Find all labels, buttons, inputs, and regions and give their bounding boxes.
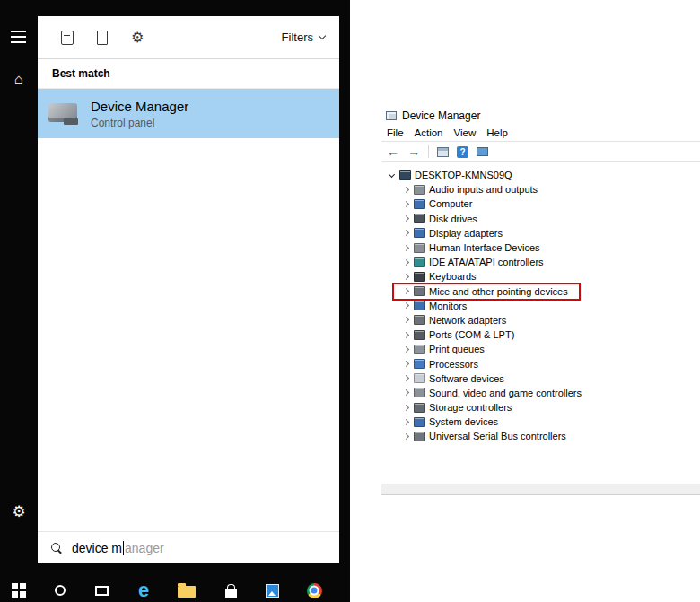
chevron-right-icon[interactable] — [401, 188, 410, 192]
speaker-icon — [414, 185, 425, 195]
best-match-heading: Best match — [38, 59, 339, 89]
tree-item-root[interactable]: DESKTOP-KMNS09Q — [385, 168, 700, 182]
chevron-right-icon[interactable] — [401, 303, 410, 308]
hid-icon — [414, 243, 425, 253]
chevron-right-icon[interactable] — [401, 434, 410, 439]
menu-bar: File Action View Help — [381, 125, 700, 142]
tree-item-audio-inputs[interactable]: Audio inputs and outputs — [385, 182, 700, 196]
chevron-right-icon[interactable] — [401, 347, 410, 352]
computer-icon — [414, 199, 425, 209]
menu-view[interactable]: View — [454, 127, 477, 138]
tree-item-label: Disk drives — [429, 214, 477, 224]
tree-item-label: Print queues — [429, 344, 485, 354]
tree-item-computer[interactable]: Computer — [385, 196, 700, 211]
taskbar: e — [0, 579, 350, 602]
chevron-down-icon — [319, 31, 326, 39]
search-result-device-manager[interactable]: Device Manager Control panel — [38, 89, 339, 138]
chevron-right-icon[interactable] — [401, 246, 410, 250]
windows-logo-icon — [12, 583, 26, 598]
result-subtitle: Control panel — [91, 117, 188, 129]
menu-file[interactable]: File — [387, 127, 404, 138]
chrome-icon[interactable] — [304, 579, 324, 602]
settings-icon[interactable]: ⚙ — [0, 504, 38, 519]
tree-item-disk-drives[interactable]: Disk drives — [385, 212, 700, 226]
tree-item-system-devices[interactable]: System devices — [385, 414, 700, 429]
storage-icon — [414, 403, 425, 413]
device-manager-window: Device Manager File Action View Help ← →… — [381, 106, 700, 495]
search-icon — [50, 542, 63, 554]
tree-item-label: Mice and other pointing devices — [429, 286, 568, 297]
menu-help[interactable]: Help — [486, 127, 508, 138]
console-window-icon[interactable] — [437, 147, 449, 157]
photos-app-icon[interactable] — [262, 579, 282, 602]
tree-item-label: Universal Serial Bus controllers — [429, 431, 566, 441]
chevron-right-icon[interactable] — [401, 420, 410, 424]
menu-icon[interactable] — [11, 31, 26, 43]
tree-item-print-queues[interactable]: Print queues — [385, 342, 700, 356]
tree-item-label: Audio inputs and outputs — [429, 184, 538, 195]
network-adapter-icon — [414, 315, 425, 325]
display-adapter-icon — [414, 228, 425, 238]
tree-root-label: DESKTOP-KMNS09Q — [415, 170, 512, 180]
tree-item-mice[interactable]: Mice and other pointing devices — [385, 284, 700, 299]
computer-icon — [399, 170, 411, 180]
documents-filter-icon[interactable] — [97, 31, 108, 45]
forward-icon[interactable]: → — [407, 145, 420, 158]
tree-item-usb-controllers[interactable]: Universal Serial Bus controllers — [385, 429, 700, 443]
menu-action[interactable]: Action — [415, 127, 443, 138]
monitor-icon[interactable] — [477, 147, 488, 156]
sound-icon — [414, 388, 425, 397]
chevron-right-icon[interactable] — [401, 202, 410, 206]
task-view-icon[interactable] — [92, 579, 111, 602]
tree-item-human-interface-devices[interactable]: Human Interface Devices — [385, 240, 700, 255]
chevron-right-icon[interactable] — [401, 231, 410, 235]
home-icon[interactable]: ⌂ — [0, 72, 38, 87]
search-panel: ⚙ Filters Best match Device Manager Cont… — [38, 16, 339, 563]
chevron-right-icon[interactable] — [401, 333, 410, 337]
window-title-bar: Device Manager — [381, 106, 700, 125]
help-icon[interactable]: ? — [457, 146, 468, 158]
search-panel-header: ⚙ Filters — [38, 16, 339, 59]
store-icon[interactable] — [221, 579, 241, 602]
tree-item-label: Human Interface Devices — [429, 242, 540, 253]
tree-item-label: Monitors — [429, 301, 467, 311]
toolbar: ← → ? — [381, 142, 700, 162]
tree-item-sound-video-game[interactable]: Sound, video and game controllers — [385, 386, 700, 400]
tree-item-label: System devices — [429, 416, 498, 427]
filters-dropdown[interactable]: Filters — [282, 31, 325, 44]
tree-item-display-adapters[interactable]: Display adapters — [385, 226, 700, 240]
edge-icon[interactable]: e — [133, 579, 154, 602]
tree-item-software-devices[interactable]: Software devices — [385, 371, 700, 386]
tree-item-ide-controllers[interactable]: IDE ATA/ATAPI controllers — [385, 255, 700, 269]
chevron-right-icon[interactable] — [401, 216, 410, 221]
tree-item-processors[interactable]: Processors — [385, 356, 700, 371]
search-typed-text: device m — [72, 541, 122, 555]
tree-item-label: Computer — [429, 198, 472, 209]
tree-item-monitors[interactable]: Monitors — [385, 299, 700, 313]
printer-icon — [414, 345, 425, 354]
chevron-right-icon[interactable] — [401, 390, 410, 395]
apps-filter-icon[interactable] — [61, 31, 74, 45]
tree-item-network-adapters[interactable]: Network adapters — [385, 313, 700, 327]
disk-drive-icon — [414, 214, 425, 223]
cortana-search-icon[interactable] — [50, 579, 70, 602]
settings-filter-icon[interactable]: ⚙ — [131, 31, 144, 45]
start-button[interactable] — [9, 579, 29, 602]
chevron-down-icon[interactable] — [387, 174, 396, 177]
chevron-right-icon[interactable] — [401, 318, 410, 322]
tree-item-ports[interactable]: Ports (COM & LPT) — [385, 327, 700, 342]
sidebar: ⌂ ⚙ — [0, 0, 38, 579]
monitor-icon — [414, 301, 425, 310]
search-input[interactable]: device m anager — [38, 531, 339, 563]
tree-item-storage-controllers[interactable]: Storage controllers — [385, 400, 700, 414]
chevron-right-icon[interactable] — [401, 406, 410, 410]
file-explorer-icon[interactable] — [176, 579, 197, 602]
chevron-right-icon[interactable] — [401, 362, 410, 366]
back-icon[interactable]: ← — [387, 145, 399, 158]
usb-icon — [414, 432, 425, 441]
chevron-right-icon[interactable] — [401, 260, 410, 265]
tree-item-keyboards[interactable]: Keyboards — [385, 269, 700, 284]
chevron-right-icon[interactable] — [401, 376, 410, 380]
chevron-right-icon[interactable] — [401, 289, 410, 293]
chevron-right-icon[interactable] — [401, 275, 410, 279]
